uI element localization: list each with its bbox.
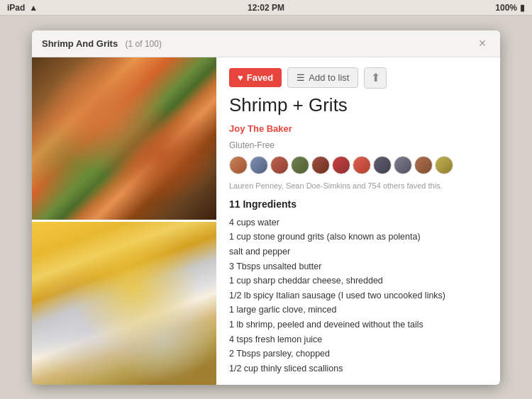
- device-label: iPad: [7, 3, 25, 13]
- ingredients-image: [32, 220, 216, 385]
- ingredient-item: 1/2 lb spicy Italian sausage (I used two…: [229, 288, 487, 303]
- avatar-5: [311, 156, 330, 174]
- avatar-11: [435, 156, 453, 174]
- status-left: iPad ▲: [7, 3, 38, 13]
- avatar-10: [414, 156, 433, 174]
- heart-icon: ♥: [238, 72, 243, 83]
- ingredients-photo: [32, 222, 216, 385]
- recipe-modal: Shrimp And Grits (1 of 100) ×: [32, 30, 500, 385]
- ingredient-item: salt and pepper: [229, 245, 487, 259]
- add-to-list-button[interactable]: ☰ Add to list: [287, 67, 358, 88]
- content-column: ♥ Faved ☰ Add to list ⬆ Shrimp + Grits J…: [216, 57, 500, 385]
- status-right: 100% ▮: [495, 3, 525, 13]
- ingredient-item: 1 cup sharp cheddar cheese, shredded: [229, 274, 487, 288]
- ingredient-item: 1 large garlic clove, minced: [229, 303, 487, 317]
- ingredient-item: 4 cups water: [229, 215, 487, 230]
- close-button[interactable]: ×: [475, 35, 490, 51]
- ingredient-item: 1 cup stone ground grits (also known as …: [229, 230, 487, 245]
- action-row: ♥ Faved ☰ Add to list ⬆: [229, 67, 487, 89]
- author-row: Joy The Baker: [229, 122, 487, 135]
- battery-icon: ▮: [520, 3, 525, 13]
- author-link[interactable]: Joy The Baker: [229, 123, 292, 134]
- avatar-2: [250, 156, 268, 174]
- wifi-icon: ▲: [29, 3, 38, 13]
- avatar-4: [291, 156, 309, 174]
- main-background: Shrimp And Grits (1 of 100) ×: [0, 16, 532, 399]
- list-icon: ☰: [297, 72, 305, 83]
- avatar-7: [353, 156, 371, 174]
- ingredient-item: 4 tsps fresh lemon juice: [229, 332, 487, 347]
- recipe-tag: Gluten-Free: [229, 140, 487, 150]
- modal-header: Shrimp And Grits (1 of 100) ×: [32, 30, 500, 57]
- faved-by-text: Lauren Penney, Sean Doe-Simkins and 754 …: [229, 181, 487, 190]
- faved-label: Faved: [247, 72, 274, 83]
- status-bar: iPad ▲ 12:02 PM 100% ▮: [0, 0, 532, 16]
- modal-pagination: (1 of 100): [126, 39, 162, 49]
- modal-body: ♥ Faved ☰ Add to list ⬆ Shrimp + Grits J…: [32, 57, 500, 385]
- share-button[interactable]: ⬆: [364, 67, 387, 89]
- modal-title-row: Shrimp And Grits (1 of 100): [42, 37, 162, 50]
- ingredient-item: 1/2 cup thinly sliced scallions: [229, 361, 487, 376]
- add-to-list-label: Add to list: [309, 72, 349, 83]
- ingredients-list: 4 cups water1 cup stone ground grits (al…: [229, 215, 487, 376]
- recipe-title: Shrimp + Grits: [229, 94, 487, 116]
- faved-avatars-row: [229, 156, 487, 174]
- modal-title: Shrimp And Grits: [42, 38, 118, 49]
- shrimp-bowl-photo: [32, 57, 216, 220]
- share-icon: ⬆: [371, 71, 380, 84]
- avatar-9: [394, 156, 412, 174]
- ingredient-item: 2 Tbsps parsley, chopped: [229, 347, 487, 361]
- avatar-6: [332, 156, 350, 174]
- avatar-8: [373, 156, 392, 174]
- images-column: [32, 57, 216, 385]
- status-time: 12:02 PM: [248, 3, 284, 13]
- faved-button[interactable]: ♥ Faved: [229, 68, 282, 87]
- avatar-3: [270, 156, 289, 174]
- avatar-1: [229, 156, 248, 174]
- shrimp-bowl-image: [32, 57, 216, 220]
- ingredients-header: 11 Ingredients: [229, 198, 487, 210]
- ingredient-item: 1 lb shrimp, peeled and deveined without…: [229, 317, 487, 332]
- battery-label: 100%: [495, 3, 517, 13]
- ingredient-item: 3 Tbsps unsalted butter: [229, 259, 487, 274]
